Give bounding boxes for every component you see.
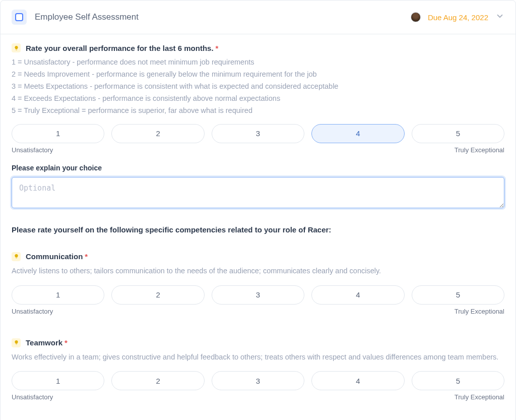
rating-option-2[interactable]: 2 bbox=[111, 124, 204, 143]
competency-teamwork: Teamwork* Works effectively in a team; g… bbox=[12, 338, 504, 401]
rating-option-1[interactable]: 1 bbox=[12, 371, 104, 390]
rating-option-4[interactable]: 4 bbox=[311, 285, 404, 305]
avatar[interactable] bbox=[411, 12, 421, 22]
rating-option-1[interactable]: 1 bbox=[12, 285, 104, 305]
lightbulb-icon bbox=[12, 43, 21, 52]
rating-option-5[interactable]: 5 bbox=[412, 124, 504, 143]
rating-option-2[interactable]: 2 bbox=[111, 371, 204, 390]
complete-checkbox-wrap[interactable] bbox=[12, 10, 27, 25]
rating-option-4[interactable]: 4 bbox=[311, 371, 404, 390]
rating-row-teamwork: 1 2 3 4 5 bbox=[12, 371, 504, 390]
competency-communication: Communication* Actively listens to other… bbox=[12, 252, 504, 315]
rating-option-5[interactable]: 5 bbox=[412, 371, 504, 390]
question-title: Teamwork* bbox=[26, 338, 68, 347]
rating-option-1[interactable]: 1 bbox=[12, 124, 104, 143]
scale-low: Unsatisfactory bbox=[12, 146, 53, 154]
rating-option-3[interactable]: 3 bbox=[212, 371, 304, 390]
card-body: Rate your overall performance for the la… bbox=[1, 34, 515, 420]
question-title: Communication* bbox=[26, 252, 88, 261]
lightbulb-icon bbox=[12, 338, 21, 347]
rating-option-5[interactable]: 5 bbox=[412, 285, 504, 305]
scale-high: Truly Exceptional bbox=[455, 146, 504, 154]
lightbulb-icon bbox=[12, 252, 21, 261]
rating-option-2[interactable]: 2 bbox=[111, 285, 204, 305]
rating-option-4[interactable]: 4 bbox=[311, 124, 404, 143]
scale-high: Truly Exceptional bbox=[455, 308, 504, 315]
question-header: Rate your overall performance for the la… bbox=[12, 43, 504, 52]
question-title: Rate your overall performance for the la… bbox=[26, 44, 218, 52]
chevron-down-icon[interactable] bbox=[495, 12, 504, 23]
header-right: Due Aug 24, 2022 bbox=[411, 12, 504, 23]
scale-low: Unsatisfactory bbox=[12, 308, 53, 315]
rating-scale-help: 1 = Unsatisfactory - performance does no… bbox=[12, 56, 504, 117]
scale-labels: Unsatisfactory Truly Exceptional bbox=[12, 393, 504, 401]
competency-prompt: Please rate yourself on the following sp… bbox=[12, 225, 504, 234]
explain-label: Please explain your choice bbox=[12, 164, 504, 172]
scale-low: Unsatisfactory bbox=[12, 393, 53, 401]
due-date: Due Aug 24, 2022 bbox=[428, 13, 488, 22]
rating-row-overall: 1 2 3 4 5 bbox=[12, 124, 504, 143]
assessment-card: Employee Self Assessment Due Aug 24, 202… bbox=[0, 0, 516, 420]
scale-high: Truly Exceptional bbox=[455, 393, 504, 401]
scale-labels: Unsatisfactory Truly Exceptional bbox=[12, 308, 504, 315]
rating-row-communication: 1 2 3 4 5 bbox=[12, 285, 504, 305]
competency-desc: Works effectively in a team; gives const… bbox=[12, 351, 504, 364]
question-header: Teamwork* bbox=[12, 338, 504, 347]
complete-checkbox[interactable] bbox=[15, 13, 23, 21]
explain-input[interactable] bbox=[12, 177, 504, 208]
rating-option-3[interactable]: 3 bbox=[212, 285, 304, 305]
question-header: Communication* bbox=[12, 252, 504, 261]
card-header: Employee Self Assessment Due Aug 24, 202… bbox=[1, 1, 515, 34]
rating-option-3[interactable]: 3 bbox=[212, 124, 304, 143]
header-left: Employee Self Assessment bbox=[12, 10, 139, 25]
page-title: Employee Self Assessment bbox=[35, 12, 139, 22]
competency-desc: Actively listens to others; tailors comm… bbox=[12, 265, 504, 277]
scale-labels: Unsatisfactory Truly Exceptional bbox=[12, 146, 504, 154]
